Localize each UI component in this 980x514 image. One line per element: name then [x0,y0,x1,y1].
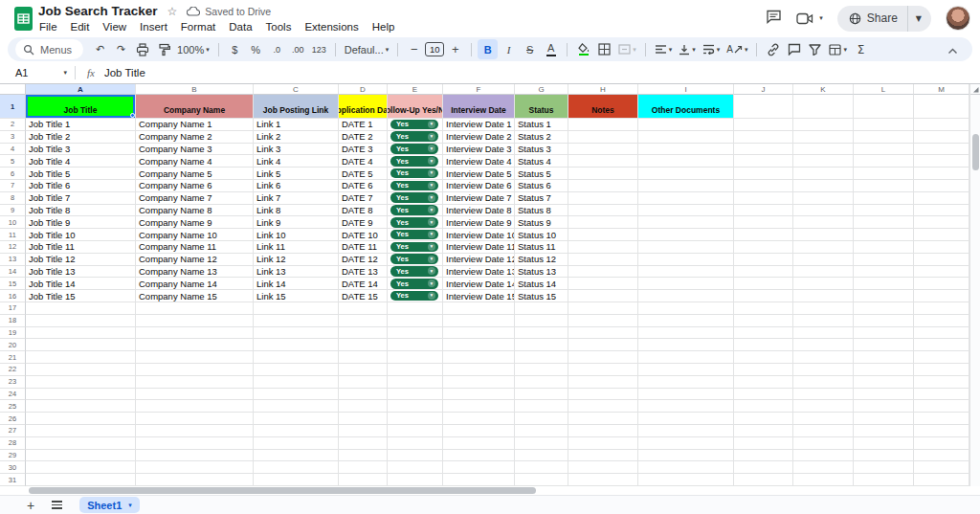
cell-K23[interactable] [793,376,854,389]
cell-C23[interactable] [254,376,339,389]
follow-up-dropdown-chip[interactable]: Yes▾ [390,242,438,253]
cell-A23[interactable] [26,376,136,389]
cell-L9[interactable] [854,205,914,217]
name-box[interactable]: A1 ▾ [0,67,75,78]
cell-J6[interactable] [734,168,793,180]
column-header-M[interactable]: M [914,84,969,95]
comment-history-icon[interactable] [766,10,782,28]
collapse-toolbar-icon[interactable] [943,41,963,61]
column-header-D[interactable]: D [339,84,388,95]
cell-M29[interactable] [914,450,969,462]
cell-A12[interactable]: Job Title 11 [26,241,136,254]
cell-F1[interactable]: Interview Date [443,95,515,119]
cell-L7[interactable] [854,180,914,192]
cell-I31[interactable] [638,474,734,486]
cell-D16[interactable]: DATE 15 [339,290,388,302]
column-header-H[interactable]: H [568,84,638,95]
cell-D11[interactable]: DATE 10 [339,229,388,241]
cell-J25[interactable] [734,400,793,413]
cell-M12[interactable] [914,241,969,254]
row-header-19[interactable]: 19 [0,327,26,340]
cell-G4[interactable]: Status 3 [515,144,568,156]
cell-C31[interactable] [254,474,339,486]
row-header-20[interactable]: 20 [0,339,26,351]
italic-button[interactable]: I [499,39,519,59]
cell-B12[interactable]: Company Name 11 [136,241,254,254]
cell-F3[interactable]: Interview Date 2 [443,131,515,144]
cell-H18[interactable] [568,315,638,327]
cell-F17[interactable] [443,302,515,315]
row-header-9[interactable]: 9 [0,205,26,217]
cell-D23[interactable] [339,376,388,389]
cell-D10[interactable]: DATE 9 [339,216,388,229]
cell-J4[interactable] [734,144,793,156]
cell-I26[interactable] [638,413,734,425]
cell-B27[interactable] [136,425,254,437]
increase-decimal-button[interactable]: .00 [288,39,308,59]
cell-D5[interactable]: DATE 4 [339,155,388,168]
cell-C18[interactable] [254,315,339,327]
cell-D22[interactable] [339,364,388,376]
menu-tools[interactable]: Tools [259,19,299,34]
row-header-23[interactable]: 23 [0,376,26,389]
follow-up-dropdown-chip[interactable]: Yes▾ [390,266,438,277]
cell-M9[interactable] [914,205,969,217]
text-rotation-button[interactable]: A ▾ [724,39,750,59]
cell-G21[interactable] [515,351,568,364]
cell-I1[interactable]: Other Documents [638,95,734,119]
row-header-1[interactable]: 1 [0,95,26,119]
cell-C14[interactable]: Link 13 [254,266,339,279]
cell-M31[interactable] [914,474,969,486]
cell-G28[interactable] [515,437,568,450]
cell-A19[interactable] [26,327,136,340]
cell-H6[interactable] [568,168,638,180]
cell-D30[interactable] [339,461,388,474]
font-select[interactable]: Defaul...▾ [342,39,391,59]
cell-M7[interactable] [914,180,969,192]
cell-I30[interactable] [638,461,734,474]
cell-J9[interactable] [734,205,793,217]
cell-H20[interactable] [568,339,638,351]
cell-M26[interactable] [914,413,969,425]
cell-F12[interactable]: Interview Date 11 [443,241,515,254]
cell-L14[interactable] [854,266,914,279]
cell-B3[interactable]: Company Name 2 [136,131,254,144]
cell-A29[interactable] [26,450,136,462]
cell-I27[interactable] [638,425,734,437]
increase-font-size-button[interactable]: + [445,39,465,59]
cell-L25[interactable] [854,400,914,413]
share-button[interactable]: Share ▼ [837,6,931,32]
column-header-C[interactable]: C [254,84,339,95]
cell-J22[interactable] [734,364,793,376]
cell-M6[interactable] [914,168,969,180]
cell-F14[interactable]: Interview Date 13 [443,266,515,279]
cell-F11[interactable]: Interview Date 10 [443,229,515,241]
row-header-8[interactable]: 8 [0,192,26,205]
cell-I21[interactable] [638,351,734,364]
cell-A8[interactable]: Job Title 7 [26,192,136,205]
cell-E23[interactable] [388,376,443,389]
row-header-28[interactable]: 28 [0,437,26,450]
follow-up-dropdown-chip[interactable]: Yes▾ [390,131,438,142]
cell-E3[interactable]: Yes▾ [388,131,443,144]
cell-A11[interactable]: Job Title 10 [26,229,136,241]
cell-M1[interactable] [914,95,969,119]
cell-H2[interactable] [568,119,638,131]
cell-F25[interactable] [443,400,515,413]
cell-I8[interactable] [638,192,734,205]
column-header-F[interactable]: F [443,84,515,95]
column-header-B[interactable]: B [136,84,254,95]
cell-K25[interactable] [793,400,854,413]
cell-C20[interactable] [254,339,339,351]
cell-B16[interactable]: Company Name 15 [136,290,254,302]
cell-D29[interactable] [339,450,388,462]
column-header-E[interactable]: E [388,84,443,95]
cell-C25[interactable] [254,400,339,413]
cell-D28[interactable] [339,437,388,450]
cell-K28[interactable] [793,437,854,450]
cell-G2[interactable]: Status 1 [515,119,568,131]
select-all-corner[interactable] [0,84,26,95]
cell-F15[interactable]: Interview Date 14 [443,278,515,290]
cell-G14[interactable]: Status 13 [515,266,568,279]
cell-D8[interactable]: DATE 7 [339,192,388,205]
